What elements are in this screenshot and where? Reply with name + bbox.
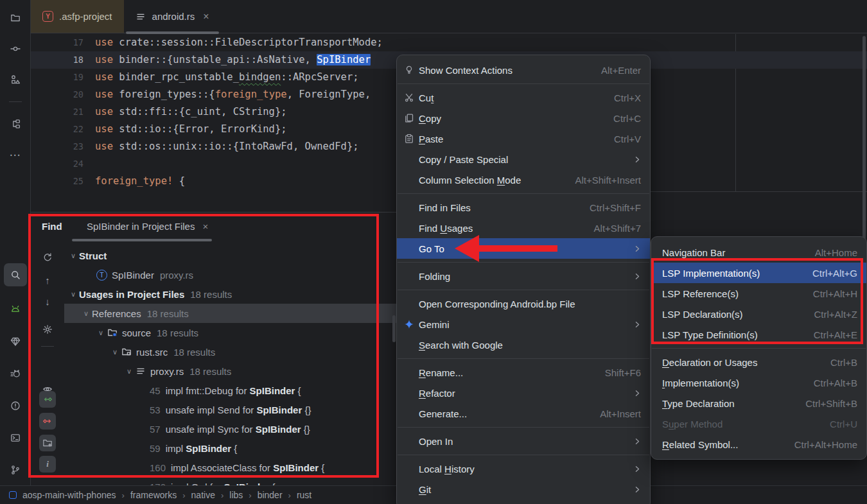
sidebar-button-search-icon[interactable] [4,263,27,286]
menu-item-search-with-google[interactable]: Search with Google [397,335,650,355]
menu-item-implementation-s[interactable]: Implementation(s)Ctrl+Alt+B [651,372,866,393]
result-row[interactable]: 53unsafe impl Send for SpIBinder {} [64,400,398,419]
menu-item-related-symbol[interactable]: Related Symbol...Ctrl+Alt+Home [651,434,866,455]
menu-item-find-in-files[interactable]: Find in FilesCtrl+Shift+F [397,197,650,218]
menu-item-super-method[interactable]: Super MethodCtrl+U [651,413,866,434]
code-text[interactable]: use foreign_types::{foreign_type, Foreig… [95,86,371,103]
chevron-down-icon[interactable]: ∨ [67,290,79,299]
breadcrumb-item-libs[interactable]: libs [229,490,243,500]
breadcrumb-item-frameworks[interactable]: frameworks [130,490,177,500]
find-panel-scrollbar[interactable] [392,315,396,342]
menu-item-paste[interactable]: PasteCtrl+V [397,128,650,149]
menu-item-shortcut: Ctrl+Alt+Z [814,309,857,320]
menu-item-folding[interactable]: Folding [397,266,650,286]
code-text[interactable]: use std::os::unix::io::{IntoRawFd, Owned… [95,138,359,155]
tree-row-references[interactable]: ∨References18 results [64,304,398,323]
menu-item-shortcut: Shift+F6 [605,367,641,378]
menu-item-git[interactable]: Git [397,479,650,500]
breadcrumb-item-binder[interactable]: binder [258,490,283,500]
chevron-down-icon[interactable]: ∨ [123,367,135,376]
tree-row-proxy-rs[interactable]: ∨proxy.rs18 results [64,361,398,381]
sidebar-button-more-icon[interactable]: ⋯ [6,146,24,164]
chevron-down-icon[interactable]: ∨ [80,309,92,318]
menu-item-label: Open Corresponding Android.bp File [419,299,641,309]
tree-row-struct[interactable]: ∨Struct [64,246,398,265]
tree-row-usages-in-project-files[interactable]: ∨Usages in Project Files18 results [64,284,398,304]
find-toolbar-prev-occurrence-icon[interactable] [39,391,56,408]
code-text[interactable]: use binder_rpc_unstable_bindgen::ARpcSer… [95,69,359,86]
sidebar-button-hierarchy-icon[interactable] [6,115,24,133]
editor-tab-android-rs[interactable]: android.rs× [124,0,221,33]
find-toolbar-refresh-icon[interactable] [39,249,56,266]
menu-item-gemini[interactable]: Gemini [397,314,650,335]
editor-tab-asfp-project[interactable]: Y.asfp-project [31,0,124,33]
menu-item-go-to[interactable]: Go To [397,238,650,259]
next-occurrence-icon [42,416,53,427]
find-toolbar-open-in-new-tab-folder-icon[interactable] [39,435,56,451]
menu-item-local-history[interactable]: Local History [397,458,650,479]
chevron-down-icon[interactable]: ∨ [67,252,79,260]
result-row[interactable]: 57unsafe impl Sync for SpIBinder {} [64,419,398,439]
menu-item-declaration-or-usages[interactable]: Declaration or UsagesCtrl+B [651,352,866,372]
menu-item-copy-paste-special[interactable]: Copy / Paste Special [397,149,650,169]
prev-occurrence-icon [42,394,53,405]
menu-item-show-context-actions[interactable]: Show Context ActionsAlt+Enter [397,60,650,80]
menu-item-generate[interactable]: Generate...Alt+Insert [397,403,650,424]
menu-item-rename[interactable]: Rename...Shift+F6 [397,362,650,383]
close-icon[interactable]: × [203,11,209,22]
menu-item-lsp-type-definition-s[interactable]: LSP Type Definition(s)Ctrl+Alt+E [651,324,866,345]
menu-item-lsp-implementation-s[interactable]: LSP Implementation(s)Ctrl+Alt+G [651,263,866,283]
result-row[interactable]: 59impl SpIBinder { [64,439,398,458]
sidebar-button-gem-icon[interactable] [6,333,24,351]
sidebar-button-structure-icon[interactable] [6,71,24,89]
menu-item-type-declaration[interactable]: Type DeclarationCtrl+Shift+B [651,393,866,413]
find-result-tab[interactable]: SpIBinder in Project Files × [87,221,208,232]
chevron-down-icon[interactable]: ∨ [109,348,121,356]
commit-icon [10,44,21,55]
menu-item-shortcut: Alt+Shift+Insert [575,175,641,186]
result-row[interactable]: 160impl AssociateClass for SpIBinder { [64,458,398,477]
find-toolbar-next-occurrence-icon[interactable] [39,413,56,430]
tree-row-source[interactable]: ∨source18 results [64,323,398,342]
find-toolbar-arrow-down-icon[interactable]: ↓ [39,293,56,309]
go-to-submenu: Navigation BarAlt+HomeLSP Implementation… [651,236,867,460]
menu-item-navigation-bar[interactable]: Navigation BarAlt+Home [651,242,866,263]
tree-row-rust-src[interactable]: ∨rust.src18 results [64,342,398,361]
menu-item-open-in[interactable]: Open In [397,431,650,451]
sidebar-button-logcat-icon[interactable] [6,365,24,383]
menu-item-lsp-declaration-s[interactable]: LSP Declaration(s)Ctrl+Alt+Z [651,304,866,324]
menu-item-find-usages[interactable]: Find UsagesAlt+Shift+7 [397,218,650,238]
menu-item-open-corresponding-android-bp-file[interactable]: Open Corresponding Android.bp File [397,293,650,314]
code-text[interactable]: use std::io::{Error, ErrorKind}; [95,121,287,138]
chevron-down-icon[interactable]: ∨ [95,329,107,337]
submenu-arrow-icon [634,156,641,163]
close-icon[interactable]: × [202,221,208,232]
menu-item-lsp-reference-s[interactable]: LSP Reference(s)Ctrl+Alt+H [651,283,866,304]
sidebar-button-terminal-icon[interactable] [6,429,24,447]
breadcrumb-item-aosp-main-with-phones[interactable]: aosp-main-with-phones [22,490,116,500]
menu-item-refactor[interactable]: Refactor [397,383,650,403]
sidebar-button-commit-icon[interactable] [6,40,24,58]
code-text[interactable]: foreign_type! { [95,173,185,190]
code-text[interactable]: use binder::{unstable_api::AsNative, SpI… [95,51,371,69]
find-toolbar-info-icon[interactable]: i [39,456,56,473]
line-number: 18 [31,51,83,69]
breadcrumb-item-rust[interactable]: rust [297,490,311,500]
menu-item-copy[interactable]: CopyCtrl+C [397,108,650,128]
result-row[interactable]: 170impl Ord for SpIBinder { [64,477,398,486]
menu-item-column-selection-mode[interactable]: Column Selection ModeAlt+Shift+Insert [397,169,650,190]
find-toolbar-arrow-up-icon[interactable]: ↑ [39,272,56,288]
find-toolbar-gear-icon[interactable] [39,321,56,338]
sidebar-button-git-branch-icon[interactable] [6,461,24,479]
breadcrumb-item-native[interactable]: native [191,490,215,500]
sidebar-button-android-icon[interactable] [6,300,24,318]
menu-item-cut[interactable]: CutCtrl+X [397,87,650,108]
sidebar-button-project-folder-icon[interactable] [6,9,24,27]
result-row[interactable]: 45impl fmt::Debug for SpIBinder { [64,381,398,400]
sidebar-button-problems-icon[interactable] [6,397,24,415]
tree-row-spibinder[interactable]: TSpIBinderproxy.rs [64,265,398,284]
code-text[interactable]: use crate::session::FileDescriptorTransp… [95,34,383,51]
hierarchy-icon [10,119,21,130]
result-count: 18 results [173,347,215,358]
code-text[interactable]: use std::ffi::{c_uint, CString}; [95,103,287,121]
